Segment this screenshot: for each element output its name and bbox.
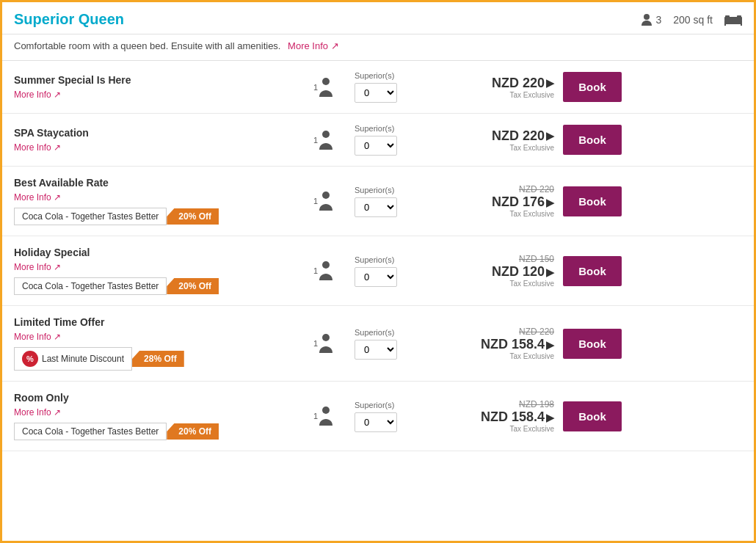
guest-icon-col: 1 bbox=[302, 191, 346, 211]
svg-rect-5 bbox=[724, 23, 726, 26]
rate-info: SPA Staycation More Info bbox=[14, 127, 293, 153]
price-arrow-icon: ▶ bbox=[546, 412, 554, 423]
promo-row: Coca Cola - Together Tastes Better 20% O… bbox=[14, 423, 293, 440]
rate-row-summer: Summer Special Is Here More Info 1 Super… bbox=[2, 61, 754, 114]
rates-container: Summer Special Is Here More Info 1 Super… bbox=[2, 61, 754, 451]
rate-more-info-link[interactable]: More Info bbox=[14, 262, 61, 272]
room-quantity-select[interactable]: 0 1 2 3 bbox=[355, 267, 397, 287]
room-quantity-select[interactable]: 0 1 2 3 bbox=[355, 83, 397, 103]
rate-row-room-only: Room Only More Info Coca Cola - Together… bbox=[2, 382, 754, 451]
person-icon bbox=[641, 13, 653, 26]
room-quantity-select[interactable]: 0 1 2 3 bbox=[355, 136, 397, 156]
price-value: NZD 220 bbox=[492, 76, 545, 91]
book-button[interactable]: Book bbox=[563, 125, 622, 155]
room-quantity-select[interactable]: 0 1 2 3 bbox=[355, 197, 397, 217]
price-tax: Tax Exclusive bbox=[509, 210, 554, 218]
rate-more-info-link[interactable]: More Info bbox=[14, 90, 61, 100]
rate-name: Limited Time Offer bbox=[14, 316, 293, 328]
price-col: NZD 150 NZD 120 ▶ Tax Exclusive bbox=[437, 254, 554, 288]
rate-more-info-link[interactable]: More Info bbox=[14, 142, 61, 153]
rate-more-info-link[interactable]: More Info bbox=[14, 192, 61, 203]
guest-icon-col: 1 bbox=[302, 333, 346, 354]
promo-text: Coca Cola - Together Tastes Better bbox=[22, 426, 159, 437]
rate-row-spa: SPA Staycation More Info 1 Superior(s) 0… bbox=[2, 114, 754, 167]
sqft-meta: 200 sq ft bbox=[673, 14, 713, 26]
rate-name: Best Available Rate bbox=[14, 177, 293, 189]
sqft-label: 200 sq ft bbox=[673, 14, 713, 26]
discount-icon: % bbox=[22, 351, 38, 367]
room-select-label: Superior(s) bbox=[355, 124, 394, 133]
promo-label: % Last Minute Discount bbox=[14, 347, 132, 371]
promo-row: Coca Cola - Together Tastes Better 20% O… bbox=[14, 277, 293, 295]
room-select-label: Superior(s) bbox=[355, 255, 394, 264]
svg-point-10 bbox=[322, 261, 330, 269]
price-tax: Tax Exclusive bbox=[509, 425, 554, 433]
rate-info: Limited Time Offer More Info % Last Minu… bbox=[14, 316, 293, 371]
rate-name: Room Only bbox=[14, 392, 293, 404]
price-arrow-icon: ▶ bbox=[546, 266, 554, 278]
price-original: NZD 198 bbox=[519, 399, 554, 409]
svg-rect-4 bbox=[737, 15, 741, 19]
promo-label: Coca Cola - Together Tastes Better bbox=[14, 208, 167, 225]
rate-name: Summer Special Is Here bbox=[14, 74, 293, 86]
promo-badge: 20% Off bbox=[167, 278, 219, 294]
description-text: Comfortable room with a queen bed. Ensui… bbox=[14, 40, 280, 51]
rate-info: Best Available Rate More Info Coca Cola … bbox=[14, 177, 293, 225]
book-button[interactable]: Book bbox=[563, 329, 622, 359]
room-header: Superior Queen 3 200 sq ft bbox=[2, 2, 754, 34]
book-button[interactable]: Book bbox=[563, 186, 622, 216]
book-button[interactable]: Book bbox=[563, 401, 622, 431]
promo-row: % Last Minute Discount 28% Off bbox=[14, 347, 293, 371]
person-figure-icon bbox=[318, 333, 334, 354]
svg-point-8 bbox=[322, 131, 330, 138]
promo-badge: 28% Off bbox=[132, 351, 184, 367]
rate-info: Room Only More Info Coca Cola - Together… bbox=[14, 392, 293, 440]
price-tax: Tax Exclusive bbox=[509, 352, 554, 360]
rate-more-info-link[interactable]: More Info bbox=[14, 332, 61, 342]
room-select-label: Superior(s) bbox=[355, 328, 394, 337]
guest-icon-col: 1 bbox=[302, 260, 346, 281]
price-col: NZD 220 NZD 158.4 ▶ Tax Exclusive bbox=[437, 327, 554, 360]
rate-name: Holiday Special bbox=[14, 247, 293, 258]
room-select-label: Superior(s) bbox=[355, 401, 394, 409]
room-quantity-select[interactable]: 0 1 2 3 bbox=[355, 412, 397, 432]
price-col: NZD 220 ▶ Tax Exclusive bbox=[437, 76, 554, 99]
main-container: Superior Queen 3 200 sq ft bbox=[0, 0, 756, 543]
price-main: NZD 158.4 ▶ bbox=[481, 337, 554, 352]
price-arrow-icon: ▶ bbox=[546, 77, 554, 89]
promo-row: Coca Cola - Together Tastes Better 20% O… bbox=[14, 208, 293, 225]
promo-text: Last Minute Discount bbox=[42, 354, 124, 364]
person-figure-icon bbox=[318, 130, 334, 150]
rate-more-info-link[interactable]: More Info bbox=[14, 407, 61, 418]
svg-point-9 bbox=[322, 192, 330, 199]
svg-rect-3 bbox=[725, 15, 730, 19]
person-figure-icon bbox=[318, 77, 334, 98]
promo-badge: 20% Off bbox=[167, 208, 219, 225]
description-more-info[interactable]: More Info bbox=[288, 40, 339, 51]
book-button[interactable]: Book bbox=[563, 256, 622, 286]
price-value: NZD 158.4 bbox=[481, 409, 545, 425]
price-arrow-icon: ▶ bbox=[546, 130, 554, 142]
promo-badge: 20% Off bbox=[167, 423, 219, 440]
price-arrow-icon: ▶ bbox=[546, 339, 554, 351]
price-value: NZD 158.4 bbox=[481, 337, 545, 352]
room-select-col: Superior(s) 0 1 2 3 bbox=[355, 186, 428, 217]
room-select-label: Superior(s) bbox=[355, 186, 394, 194]
bed-icon bbox=[724, 14, 742, 26]
person-figure-icon bbox=[318, 260, 334, 281]
price-col: NZD 220 ▶ Tax Exclusive bbox=[437, 128, 554, 152]
promo-label: Coca Cola - Together Tastes Better bbox=[14, 277, 167, 295]
price-main: NZD 120 ▶ bbox=[492, 264, 554, 280]
price-main: NZD 220 ▶ bbox=[492, 128, 554, 144]
person-figure-icon bbox=[318, 191, 334, 211]
room-select-col: Superior(s) 0 1 2 3 bbox=[355, 71, 428, 103]
rate-info: Summer Special Is Here More Info bbox=[14, 74, 293, 101]
price-value: NZD 120 bbox=[492, 264, 545, 280]
promo-text: Coca Cola - Together Tastes Better bbox=[22, 211, 159, 222]
rate-row-limited: Limited Time Offer More Info % Last Minu… bbox=[2, 306, 754, 382]
room-select-col: Superior(s) 0 1 2 3 bbox=[355, 124, 428, 156]
price-col: NZD 220 NZD 176 ▶ Tax Exclusive bbox=[437, 184, 554, 218]
rate-info: Holiday Special More Info Coca Cola - To… bbox=[14, 247, 293, 295]
room-quantity-select[interactable]: 0 1 2 3 bbox=[355, 340, 397, 360]
book-button[interactable]: Book bbox=[563, 72, 622, 102]
